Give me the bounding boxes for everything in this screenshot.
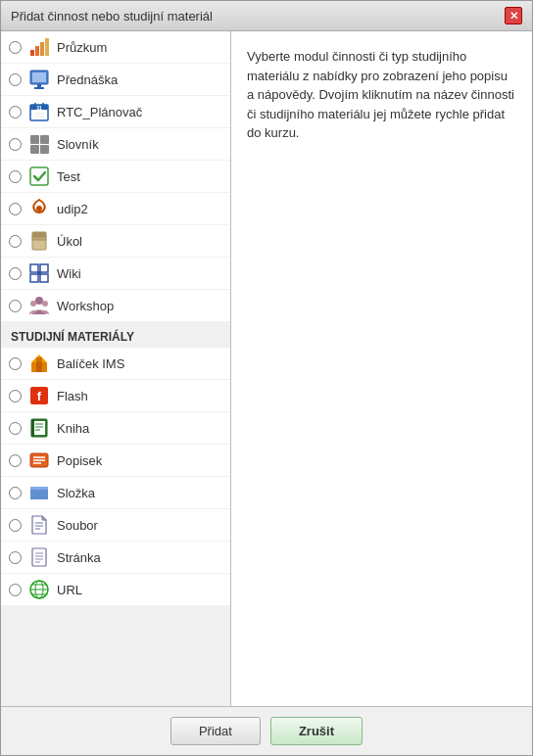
pruzkum-label: Průzkum (57, 40, 107, 55)
svg-point-30 (30, 301, 36, 307)
radio-slovnik[interactable] (9, 138, 22, 151)
svg-rect-0 (30, 50, 34, 56)
svg-rect-7 (34, 87, 44, 89)
radio-ukol[interactable] (9, 235, 22, 248)
url-icon (27, 578, 51, 601)
kniha-icon (27, 416, 51, 440)
workshop-icon (27, 294, 51, 317)
svg-rect-27 (40, 274, 48, 282)
radio-kniha[interactable] (9, 422, 22, 435)
stranka-icon (27, 545, 51, 569)
svg-text:31: 31 (36, 105, 42, 111)
radio-balicek[interactable] (9, 357, 22, 370)
radio-slozka[interactable] (9, 487, 22, 499)
svg-rect-2 (40, 42, 44, 56)
title-bar: Přidat činnost nebo studijní materiál ✕ (1, 1, 532, 31)
svg-rect-17 (30, 145, 39, 154)
radio-rtc[interactable] (9, 106, 22, 118)
activity-list[interactable]: Průzkum Přednáška (1, 31, 230, 706)
list-item[interactable]: 31 RTC_Plánovač (1, 96, 230, 128)
list-item[interactable]: URL (1, 574, 230, 606)
list-item[interactable]: Průzkum (1, 31, 230, 64)
svg-rect-19 (30, 167, 48, 185)
soubor-icon (27, 513, 51, 537)
list-item[interactable]: Přednáška (1, 64, 230, 96)
balicek-icon (27, 352, 51, 375)
slovnik-icon (27, 132, 51, 156)
svg-rect-26 (30, 274, 38, 282)
radio-udip2[interactable] (9, 203, 22, 215)
test-label: Test (57, 169, 80, 184)
radio-workshop[interactable] (9, 300, 22, 312)
svg-rect-5 (32, 72, 46, 82)
cancel-button[interactable]: Zrušit (270, 717, 363, 745)
svg-rect-43 (31, 419, 34, 437)
slozka-label: Složka (57, 486, 95, 500)
left-panel: Průzkum Přednáška (1, 31, 231, 706)
radio-wiki[interactable] (9, 267, 22, 280)
udip2-icon (27, 197, 51, 220)
list-item[interactable]: Test (1, 161, 230, 193)
close-button[interactable]: ✕ (505, 7, 522, 24)
add-button[interactable]: Přidat (170, 717, 261, 745)
rtc-label: RTC_Plánovač (57, 105, 142, 119)
pruzkum-icon (27, 35, 51, 59)
svg-rect-51 (32, 548, 46, 566)
description-text: Vyberte modul činnosti či typ studijního… (247, 47, 516, 143)
svg-rect-3 (45, 38, 49, 56)
list-item[interactable]: Soubor (1, 509, 230, 542)
radio-test[interactable] (9, 170, 22, 183)
radio-pruzkum[interactable] (9, 41, 22, 54)
svg-rect-15 (30, 135, 39, 144)
list-item[interactable]: Stránka (1, 542, 230, 574)
url-label: URL (57, 583, 82, 597)
svg-rect-23 (32, 232, 46, 237)
right-panel: Vyberte modul činnosti či typ studijního… (231, 31, 532, 706)
udip2-label: udip2 (57, 202, 88, 216)
svg-rect-6 (37, 84, 41, 87)
list-item[interactable]: Kniha (1, 412, 230, 445)
radio-prednaska[interactable] (9, 73, 22, 86)
stranka-label: Stránka (57, 550, 101, 565)
ukol-icon (27, 229, 51, 253)
svg-rect-39 (33, 421, 45, 435)
slozka-icon (27, 481, 51, 504)
svg-rect-35 (36, 357, 42, 362)
radio-stranka[interactable] (9, 551, 22, 564)
add-activity-dialog: Přidat činnost nebo studijní materiál ✕ (0, 0, 533, 756)
svg-text:f: f (37, 389, 42, 403)
balicek-label: Balíček IMS (57, 356, 124, 371)
studijni-header: STUDIJNÍ MATERIÁLY (1, 322, 230, 348)
svg-point-31 (42, 301, 48, 307)
list-item[interactable]: Popisek (1, 445, 230, 477)
list-item[interactable]: Wiki (1, 258, 230, 290)
radio-url[interactable] (9, 584, 22, 596)
svg-rect-1 (35, 46, 39, 56)
svg-rect-18 (40, 145, 49, 154)
list-item[interactable]: Slovník (1, 128, 230, 161)
radio-flash[interactable] (9, 390, 22, 402)
svg-point-28 (37, 271, 41, 275)
svg-point-29 (35, 297, 43, 305)
svg-rect-16 (40, 135, 49, 144)
list-item[interactable]: Složka (1, 477, 230, 509)
radio-soubor[interactable] (9, 519, 22, 532)
kniha-label: Kniha (57, 421, 89, 436)
list-item[interactable]: Úkol (1, 225, 230, 258)
list-item[interactable]: f Flash (1, 380, 230, 412)
prednaska-label: Přednáška (57, 72, 118, 87)
flash-label: Flash (57, 389, 88, 403)
dialog-title: Přidat činnost nebo studijní materiál (11, 9, 213, 24)
wiki-icon (27, 261, 51, 285)
list-item[interactable]: Balíček IMS (1, 348, 230, 380)
svg-rect-24 (30, 264, 38, 272)
list-item[interactable]: udip2 (1, 193, 230, 225)
svg-point-20 (36, 206, 42, 212)
list-item[interactable]: Workshop (1, 290, 230, 322)
svg-rect-34 (36, 362, 42, 372)
svg-rect-25 (40, 264, 48, 272)
content-area: Průzkum Přednáška (1, 31, 532, 706)
radio-popisek[interactable] (9, 454, 22, 467)
soubor-label: Soubor (57, 518, 98, 533)
wiki-label: Wiki (57, 266, 81, 281)
